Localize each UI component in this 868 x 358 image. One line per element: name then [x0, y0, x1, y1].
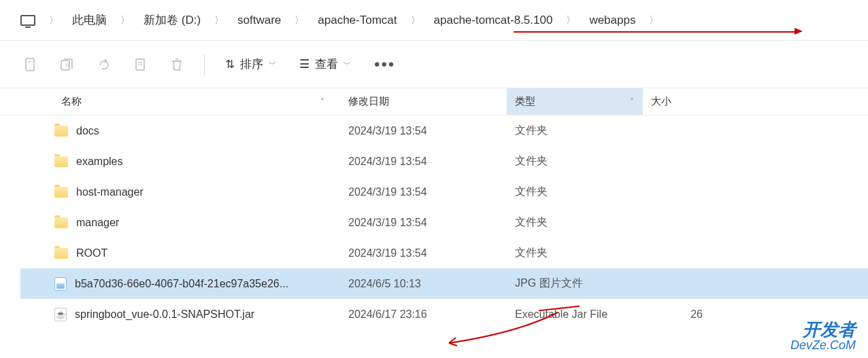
jpg-icon	[54, 277, 67, 291]
chevron-right-icon[interactable]: 〉	[407, 14, 424, 26]
breadcrumb-label: apache-Tomcat	[318, 14, 397, 27]
file-type: 文件夹	[507, 115, 643, 146]
svg-text:A: A	[65, 62, 69, 69]
sort-dropdown[interactable]: ⇅ 排序 ﹀	[216, 51, 286, 77]
file-type: JPG 图片文件	[507, 268, 643, 299]
file-size	[643, 177, 711, 207]
folder-icon	[54, 217, 68, 228]
folder-icon	[54, 126, 68, 137]
chevron-right-icon[interactable]: 〉	[210, 14, 228, 26]
annotation-underline	[514, 31, 796, 33]
rename-button	[124, 48, 156, 81]
chevron-down-icon: ˅	[630, 97, 634, 107]
chevron-right-icon[interactable]: 〉	[290, 14, 308, 26]
file-date: 2024/3/19 13:54	[340, 146, 507, 177]
file-size	[643, 146, 711, 177]
file-date: 2024/3/19 13:54	[340, 238, 507, 268]
file-type: 文件夹	[507, 238, 643, 268]
chevron-down-icon: ﹀	[269, 59, 276, 69]
breadcrumb-label: webapps	[589, 14, 635, 27]
file-size	[643, 268, 711, 299]
file-size	[643, 238, 711, 268]
chevron-right-icon[interactable]: 〉	[45, 14, 63, 26]
file-name: examples	[76, 156, 122, 168]
breadcrumb-item-webapps[interactable]: webapps	[582, 10, 642, 31]
breadcrumb-label: software	[237, 14, 281, 27]
file-date: 2024/3/19 13:54	[340, 207, 507, 238]
breadcrumb-pc-icon[interactable]	[14, 11, 42, 30]
file-name: docs	[76, 125, 99, 137]
table-row[interactable]: host-manager 2024/3/19 13:54 文件夹	[20, 177, 868, 207]
column-date-label: 修改日期	[348, 95, 389, 108]
view-icon: ☰	[299, 57, 310, 71]
pc-icon	[20, 15, 35, 26]
breadcrumb-label: 新加卷 (D:)	[144, 12, 201, 28]
file-type: 文件夹	[507, 177, 643, 207]
breadcrumb: 〉 此电脑 〉 新加卷 (D:) 〉 software 〉 apache-Tom…	[0, 0, 868, 41]
breadcrumb-label: apache-tomcat-8.5.100	[434, 14, 553, 27]
file-size: 26	[643, 299, 711, 329]
column-type[interactable]: 类型 ˅	[507, 88, 643, 115]
svg-rect-0	[26, 58, 34, 71]
breadcrumb-item-thispc[interactable]: 此电脑	[65, 8, 114, 32]
file-date: 2024/6/17 23:16	[340, 299, 507, 329]
folder-icon	[54, 187, 68, 198]
file-list: docs 2024/3/19 13:54 文件夹 examples 2024/3…	[0, 115, 868, 329]
breadcrumb-item-software[interactable]: software	[231, 10, 288, 31]
table-row[interactable]: ROOT 2024/3/19 13:54 文件夹	[20, 238, 868, 268]
column-name-label: 名称	[61, 95, 82, 108]
breadcrumb-item-drive[interactable]: 新加卷 (D:)	[137, 8, 207, 32]
file-name: host-manager	[76, 186, 144, 198]
file-type: Executable Jar File	[507, 299, 643, 329]
file-name: springboot_vue-0.0.1-SNAPSHOT.jar	[75, 308, 254, 321]
sort-caret-icon: ˄	[320, 97, 324, 106]
table-row[interactable]: docs 2024/3/19 13:54 文件夹	[20, 115, 868, 146]
file-size	[643, 115, 711, 146]
chevron-down-icon: ﹀	[344, 59, 351, 69]
table-row[interactable]: springboot_vue-0.0.1-SNAPSHOT.jar 2024/6…	[20, 299, 868, 329]
toolbar-separator	[204, 54, 205, 75]
folder-icon	[54, 248, 68, 259]
table-row[interactable]: examples 2024/3/19 13:54 文件夹	[20, 146, 868, 177]
file-type: 文件夹	[507, 207, 643, 238]
more-button[interactable]: •••	[365, 50, 405, 79]
folder-icon	[54, 156, 68, 167]
view-dropdown[interactable]: ☰ 查看 ﹀	[290, 51, 361, 77]
table-row[interactable]: b5a70d36-66e0-4067-b04f-21ec97a35e26... …	[20, 268, 868, 299]
file-date: 2024/3/19 13:54	[340, 115, 507, 146]
chevron-right-icon[interactable]: 〉	[562, 14, 580, 26]
breadcrumb-item-apachetomcat[interactable]: apache-Tomcat	[311, 10, 403, 31]
delete-button	[161, 48, 193, 81]
cut-button	[14, 48, 46, 81]
toolbar: A ⇅ 排序 ﹀ ☰ 查看 ﹀ •••	[0, 41, 868, 88]
column-type-label: 类型	[515, 95, 535, 108]
file-size	[643, 207, 711, 238]
chevron-right-icon[interactable]: 〉	[116, 14, 134, 26]
column-name[interactable]: 名称 ˄	[20, 88, 340, 115]
breadcrumb-item-tomcatversion[interactable]: apache-tomcat-8.5.100	[427, 10, 560, 31]
paste-button	[87, 48, 120, 81]
file-list-header: 名称 ˄ 修改日期 类型 ˅ 大小	[0, 88, 868, 115]
file-date: 2024/6/5 10:13	[340, 268, 507, 299]
breadcrumb-label: 此电脑	[72, 12, 107, 28]
table-row[interactable]: manager 2024/3/19 13:54 文件夹	[20, 207, 868, 238]
file-date: 2024/3/19 13:54	[340, 177, 507, 207]
annotation-arrow-tip	[795, 28, 803, 35]
jar-icon	[54, 308, 67, 321]
watermark-line2: DevZe.CoM	[790, 339, 856, 353]
sort-label: 排序	[240, 56, 263, 72]
view-label: 查看	[315, 56, 338, 72]
file-name: ROOT	[76, 247, 107, 259]
sort-icon: ⇅	[225, 57, 235, 71]
column-size[interactable]: 大小	[643, 88, 711, 115]
chevron-right-icon[interactable]: 〉	[645, 14, 663, 26]
file-type: 文件夹	[507, 146, 643, 177]
file-name: b5a70d36-66e0-4067-b04f-21ec97a35e26...	[75, 278, 288, 290]
copy-button: A	[50, 48, 83, 81]
column-date[interactable]: 修改日期	[340, 88, 507, 115]
file-name: manager	[76, 217, 119, 229]
column-size-label: 大小	[651, 95, 671, 108]
